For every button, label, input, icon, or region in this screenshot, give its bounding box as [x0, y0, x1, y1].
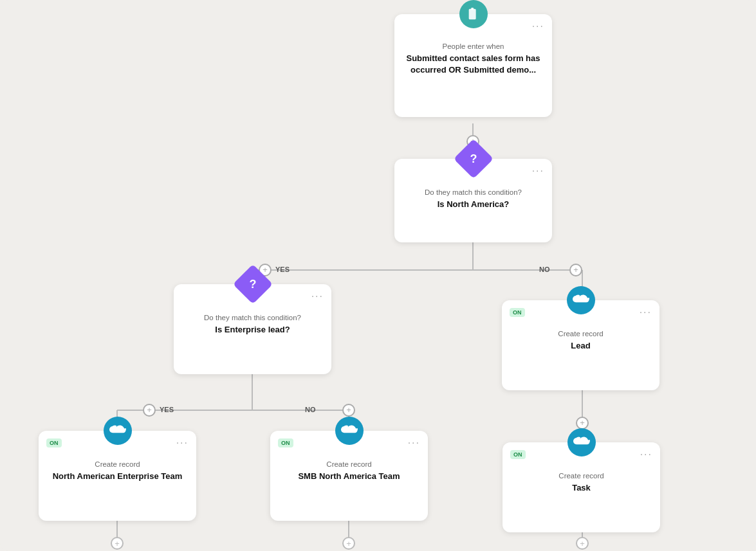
bottom-add-smb[interactable]: + — [342, 537, 355, 550]
svg-rect-17 — [468, 9, 475, 20]
bottom-add-task[interactable]: + — [576, 537, 589, 550]
enterprise-main-label: North American Enterprise Team — [49, 471, 186, 482]
task-on-badge: ON — [510, 450, 526, 459]
lead-menu[interactable]: ··· — [640, 307, 652, 318]
trigger-sub-label: People enter when — [405, 42, 542, 50]
condition1-sub-label: Do they match this condition? — [405, 188, 542, 196]
smb-main-label: SMB North America Team — [281, 471, 418, 482]
lead-main-label: Lead — [512, 340, 649, 352]
trigger-icon — [459, 0, 488, 28]
condition1-diamond: ? — [453, 139, 493, 179]
task-menu[interactable]: ··· — [640, 449, 652, 460]
enterprise-on-badge: ON — [46, 438, 62, 447]
condition1-card: ? ··· Do they match this condition? Is N… — [394, 159, 552, 242]
yes-label-1: YES — [275, 266, 290, 273]
create-na-enterprise-card: ON ··· Create record North American Ente… — [39, 431, 196, 521]
add-btn-yes2[interactable]: + — [143, 404, 156, 417]
condition2-diamond: ? — [232, 264, 272, 304]
svg-rect-18 — [471, 8, 474, 10]
salesforce-icon-enterprise — [104, 417, 132, 445]
salesforce-icon-task — [567, 428, 596, 456]
task-main-label: Task — [513, 482, 650, 494]
task-sub-label: Create record — [513, 472, 650, 480]
enterprise-menu[interactable]: ··· — [176, 437, 189, 449]
smb-on-badge: ON — [278, 438, 293, 447]
workflow-canvas: ··· People enter when Submitted contact … — [0, 0, 756, 551]
smb-sub-label: Create record — [281, 460, 418, 468]
salesforce-icon-smb — [335, 417, 364, 445]
create-smb-card: ON ··· Create record SMB North America T… — [270, 431, 428, 521]
condition2-card: ? ··· Do they match this condition? Is E… — [174, 284, 331, 374]
condition2-menu[interactable]: ··· — [311, 291, 324, 302]
enterprise-sub-label: Create record — [49, 460, 186, 468]
create-task-card: ON ··· Create record Task — [502, 442, 660, 532]
smb-menu[interactable]: ··· — [408, 437, 420, 449]
trigger-menu[interactable]: ··· — [532, 21, 544, 32]
add-btn-no2[interactable]: + — [342, 404, 355, 417]
no-label-1: NO — [539, 266, 550, 273]
trigger-main-label: Submitted contact sales form has occurre… — [405, 53, 542, 76]
trigger-card: ··· People enter when Submitted contact … — [394, 14, 552, 117]
add-btn-lead-bottom[interactable]: + — [576, 417, 589, 429]
no-label-2: NO — [305, 406, 316, 413]
add-btn-no[interactable]: + — [569, 264, 582, 276]
condition2-main-label: Is Enterprise lead? — [184, 324, 321, 336]
lead-sub-label: Create record — [512, 330, 649, 338]
lead-on-badge: ON — [510, 308, 525, 317]
yes-label-2: YES — [160, 406, 174, 413]
condition2-sub-label: Do they match this condition? — [184, 314, 321, 321]
create-lead-card: ON ··· Create record Lead — [502, 300, 659, 390]
condition1-main-label: Is North America? — [405, 199, 542, 210]
salesforce-icon-lead — [567, 286, 595, 314]
condition1-menu[interactable]: ··· — [532, 165, 544, 177]
bottom-add-enterprise[interactable]: + — [111, 537, 124, 550]
